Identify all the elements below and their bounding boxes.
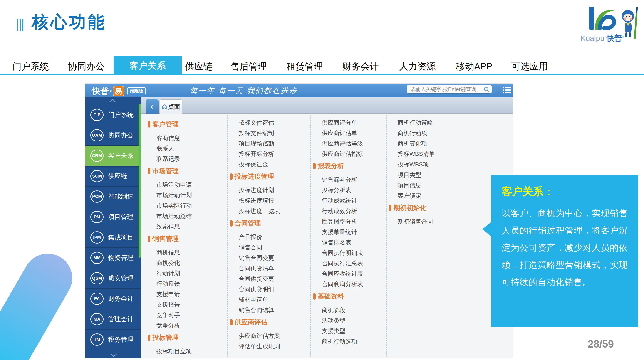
menu-section-title: 市场管理 bbox=[152, 167, 179, 176]
menu-item[interactable]: 供应商评估等级 bbox=[313, 138, 384, 149]
sidebar-scroll-up[interactable] bbox=[86, 97, 141, 105]
sidebar-scroll-down[interactable] bbox=[86, 350, 141, 359]
menu-item[interactable]: 销售合同结算 bbox=[230, 305, 307, 315]
menu-item[interactable]: 合同应收统计表 bbox=[313, 269, 384, 279]
menu-item[interactable]: 市场实际行动 bbox=[148, 200, 225, 211]
menu-item[interactable]: 投标保证金 bbox=[230, 159, 307, 170]
kuaipu-logo: Kuaipu 快普® bbox=[580, 4, 642, 44]
menu-item[interactable]: 市场活动计划 bbox=[148, 190, 225, 200]
menu-item[interactable]: 合同供货清单 bbox=[230, 263, 307, 274]
menu-item[interactable]: 评估单生成规则 bbox=[230, 341, 307, 352]
top-tab[interactable]: 人力资源 bbox=[399, 56, 436, 75]
sidebar-item[interactable]: FA财务会计 bbox=[86, 289, 141, 309]
menu-item[interactable]: 支援申请 bbox=[148, 289, 225, 299]
menu-item[interactable]: 投标进度填报 bbox=[230, 195, 307, 206]
menu-item[interactable]: 客商信息 bbox=[148, 133, 225, 143]
top-tab[interactable]: 可选应用 bbox=[512, 56, 548, 75]
menu-item[interactable]: 支援报告 bbox=[148, 299, 225, 310]
menu-item[interactable]: 投标项目立项 bbox=[148, 346, 225, 357]
search-input[interactable] bbox=[410, 86, 481, 93]
menu-item[interactable]: 合同供货变更 bbox=[230, 274, 307, 284]
menu-item[interactable]: 线索信息 bbox=[148, 221, 225, 232]
menu-item[interactable]: 竞争分析 bbox=[148, 320, 225, 331]
menu-item[interactable]: 期初销售合同 bbox=[389, 216, 471, 227]
menu-item[interactable]: 商机行动选项 bbox=[313, 336, 384, 347]
menu-item[interactable]: 商机信息 bbox=[148, 247, 225, 258]
tab-desktop[interactable]: 桌面 bbox=[160, 99, 182, 114]
menu-item[interactable]: 供应商评估指标 bbox=[313, 149, 384, 159]
menu-item[interactable]: 供应商评分单 bbox=[313, 117, 384, 128]
sidebar-item[interactable]: TM税务管理 bbox=[86, 330, 141, 350]
menu-item[interactable]: 投标WBS项 bbox=[389, 159, 471, 170]
menu-item[interactable]: 合同执行汇总表 bbox=[313, 258, 384, 269]
menu-section-header: 销售管理 bbox=[148, 233, 225, 245]
section-bullet-icon bbox=[230, 220, 232, 227]
menu-item[interactable]: 联系记录 bbox=[148, 154, 225, 164]
menu-item[interactable]: 销售合同变更 bbox=[230, 253, 307, 263]
menu-item[interactable]: 商机变化 bbox=[148, 258, 225, 268]
sidebar-item[interactable]: MA管理会计 bbox=[86, 309, 141, 330]
top-tab[interactable]: 协同办公 bbox=[68, 56, 104, 75]
sidebar-item[interactable]: PM项目管理 bbox=[86, 207, 141, 227]
menu-item[interactable]: 客户锁定 bbox=[389, 190, 471, 201]
menu-section-title: 投标管理 bbox=[152, 333, 179, 342]
menu-section-header: 合同管理 bbox=[230, 218, 307, 229]
menu-item[interactable]: 联系人 bbox=[148, 143, 225, 154]
menu-item[interactable]: 投标进度一览表 bbox=[230, 206, 307, 216]
menu-item[interactable]: 商机变化项 bbox=[389, 138, 471, 149]
menu-item[interactable]: 投标分析表 bbox=[313, 185, 384, 195]
sidebar-item[interactable]: PCM智能制造 bbox=[86, 187, 141, 207]
menu-item[interactable]: 供应商评估方案 bbox=[230, 331, 307, 341]
sidebar-item[interactable]: EIP门户系统 bbox=[86, 105, 141, 125]
top-tab[interactable]: 移动APP bbox=[456, 56, 492, 75]
menu-item[interactable]: 市场活动申请 bbox=[148, 180, 225, 190]
menu-item[interactable]: 胜算概率分析 bbox=[313, 216, 384, 227]
menu-item[interactable]: 活动类型 bbox=[313, 315, 384, 326]
top-tab[interactable]: 租赁管理 bbox=[286, 56, 323, 75]
menu-item[interactable]: 投标WBS清单 bbox=[389, 149, 471, 159]
top-tab[interactable]: 供应链 bbox=[185, 56, 212, 75]
menu-item[interactable]: 市场活动总结 bbox=[148, 211, 225, 221]
top-tab[interactable]: 门户系统 bbox=[12, 56, 49, 75]
back-button[interactable]: ‹ bbox=[146, 99, 158, 114]
menu-item[interactable]: 辅材申请单 bbox=[230, 294, 307, 305]
sidebar-item[interactable]: SCM供应链 bbox=[86, 166, 141, 187]
menu-item[interactable]: 销售排名表 bbox=[313, 237, 384, 248]
menu-item[interactable]: 商机阶段 bbox=[313, 305, 384, 315]
sidebar-item[interactable]: QSM质安管理 bbox=[86, 268, 141, 289]
menu-item[interactable]: 行动成效分析 bbox=[313, 206, 384, 216]
menu-item[interactable]: 商机行动策略 bbox=[389, 117, 471, 128]
menu-item[interactable]: 投标文件编制 bbox=[230, 128, 307, 138]
menu-item[interactable]: 产品报价 bbox=[230, 232, 307, 242]
menu-item[interactable]: 销售合同 bbox=[230, 242, 307, 253]
menu-item[interactable]: 合同利润分析表 bbox=[313, 279, 384, 289]
top-tab[interactable]: 财务会计 bbox=[342, 56, 379, 75]
menu-column: 商机行动策略商机行动项商机变化项投标WBS清单投标WBS项项目类型项目信息客户锁… bbox=[389, 114, 471, 227]
sidebar-item[interactable]: MM物资管理 bbox=[86, 248, 141, 268]
sidebar-scrollbar[interactable] bbox=[138, 103, 140, 258]
menu-item[interactable]: 支援单量统计 bbox=[313, 227, 384, 237]
menu-item[interactable]: 项目信息 bbox=[389, 180, 471, 190]
top-tab[interactable]: 售后管理 bbox=[230, 56, 267, 75]
menu-item[interactable]: 合同执行明细表 bbox=[313, 248, 384, 258]
menu-item[interactable]: 竞争对手 bbox=[148, 310, 225, 320]
sidebar-item[interactable]: IPM集成项目 bbox=[86, 227, 141, 248]
menu-item[interactable]: 行动成效统计 bbox=[313, 195, 384, 206]
menu-item[interactable]: 投标开标分析 bbox=[230, 149, 307, 159]
sidebar-item[interactable]: CRM客户关系 bbox=[86, 146, 141, 166]
search-icon[interactable] bbox=[484, 86, 490, 93]
menu-item[interactable]: 合同供货明细 bbox=[230, 284, 307, 294]
top-tab[interactable]: 客户关系 bbox=[114, 56, 182, 75]
menu-item[interactable]: 项目现场踏勘 bbox=[230, 138, 307, 149]
menu-item[interactable]: 商机行动项 bbox=[389, 128, 471, 138]
menu-item[interactable]: 招标文件评估 bbox=[230, 117, 307, 128]
menu-item[interactable]: 供应商评估单 bbox=[313, 128, 384, 138]
menu-item[interactable]: 支援类型 bbox=[313, 326, 384, 336]
menu-item[interactable]: 投标进度计划 bbox=[230, 185, 307, 195]
menu-item[interactable]: 行动反馈 bbox=[148, 279, 225, 289]
menu-item[interactable]: 销售漏斗分析 bbox=[313, 175, 384, 185]
sidebar-item[interactable]: OAM协同办公 bbox=[86, 125, 141, 146]
menu-item[interactable]: 项目类型 bbox=[389, 170, 471, 180]
menu-item[interactable]: 行动计划 bbox=[148, 268, 225, 279]
list-menu-icon[interactable] bbox=[502, 86, 512, 95]
